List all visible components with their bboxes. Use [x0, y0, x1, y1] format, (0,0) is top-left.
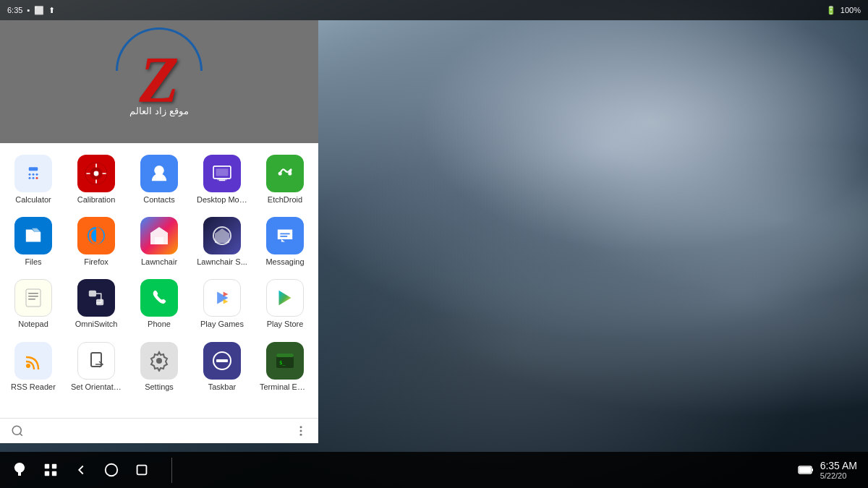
app-icon-contacts — [140, 155, 178, 195]
app-item-setorientation[interactable]: Set Orientati... — [67, 338, 126, 396]
battery-nav-icon — [797, 461, 814, 479]
app-label-omniswitch: OmniSwitch — [75, 320, 118, 329]
more-options-icon[interactable] — [294, 424, 307, 437]
battery-percent: 100% — [841, 6, 861, 14]
app-item-playstore[interactable]: Play Store — [255, 275, 315, 333]
app-label-playgames: Play Games — [200, 320, 244, 329]
app-icon-lawnchair — [140, 217, 178, 257]
app-icon-desktopmode — [203, 155, 241, 195]
app-item-files[interactable]: Files — [4, 213, 63, 271]
app-icon-lawnchairs — [203, 217, 241, 257]
app-label-setorientation: Set Orientati... — [71, 382, 122, 392]
app-drawer: Calculator Calibration Contacts Desktop … — [0, 20, 318, 443]
svg-rect-51 — [52, 464, 56, 468]
svg-point-21 — [278, 171, 282, 175]
svg-point-22 — [288, 171, 292, 175]
screenshot-icon: ⬜ — [34, 6, 44, 15]
launcher-icon[interactable] — [11, 461, 28, 479]
app-item-messaging[interactable]: Messaging — [255, 213, 315, 271]
app-label-etchdroid: EtchDroid — [268, 195, 302, 205]
app-item-omniswitch[interactable]: OmniSwitch — [67, 275, 126, 333]
app-item-contacts[interactable]: Contacts — [129, 150, 189, 209]
app-item-etchdroid[interactable]: EtchDroid — [255, 150, 315, 209]
app-icon-files — [14, 217, 52, 257]
time-display: 6:35 — [7, 6, 22, 14]
home-icon[interactable] — [103, 462, 119, 478]
app-icon-playgames — [203, 279, 241, 320]
svg-marker-36 — [279, 291, 292, 305]
app-item-taskbar[interactable]: Taskbar — [192, 338, 252, 396]
svg-point-48 — [300, 429, 302, 432]
app-item-notepad[interactable]: Notepad — [4, 275, 63, 333]
app-label-files: Files — [25, 257, 41, 267]
svg-point-49 — [300, 434, 302, 436]
svg-rect-41 — [216, 359, 228, 362]
search-icon — [11, 424, 24, 437]
svg-rect-27 — [26, 289, 41, 307]
svg-point-54 — [106, 464, 118, 476]
app-label-phone: Phone — [148, 320, 171, 329]
app-label-calculator: Calculator — [15, 195, 51, 205]
svg-text:$_: $_ — [279, 360, 286, 366]
app-item-settings[interactable]: Settings — [129, 338, 189, 396]
app-icon-playstore — [266, 279, 304, 320]
app-item-phone[interactable]: Phone — [129, 275, 189, 333]
back-icon[interactable] — [73, 462, 89, 478]
svg-rect-50 — [45, 464, 49, 468]
svg-rect-43 — [276, 354, 294, 357]
status-bar-right: 🔋 100% — [826, 6, 861, 15]
app-item-firefox[interactable]: Firefox — [67, 213, 126, 271]
status-bar-left: 6:35 ▪ ⬜ ⬆ — [7, 6, 55, 15]
svg-line-46 — [20, 433, 22, 435]
nav-date: 5/22/20 — [820, 471, 857, 480]
svg-rect-26 — [280, 236, 287, 237]
svg-rect-53 — [52, 471, 56, 476]
svg-rect-32 — [96, 299, 103, 306]
app-item-calibration[interactable]: Calibration — [67, 150, 126, 209]
app-label-contacts: Contacts — [143, 195, 174, 205]
svg-point-45 — [12, 426, 21, 435]
app-icon-omniswitch — [77, 279, 115, 320]
app-item-terminal[interactable]: $_ Terminal Em... — [255, 338, 315, 396]
app-item-lawnchairs[interactable]: Lawnchair S... — [192, 213, 252, 271]
svg-rect-30 — [28, 299, 35, 300]
apps-grid: Calculator Calibration Contacts Desktop … — [0, 143, 318, 403]
svg-rect-55 — [137, 466, 147, 475]
app-icon-notepad — [14, 279, 52, 320]
nav-left — [0, 458, 172, 483]
recents-icon[interactable] — [134, 462, 150, 478]
app-icon-calculator — [14, 155, 52, 195]
app-icon-terminal: $_ — [266, 342, 304, 382]
app-label-messaging: Messaging — [265, 257, 304, 267]
drawer-search-bar[interactable] — [0, 418, 318, 443]
apps-icon[interactable] — [43, 462, 59, 478]
app-item-rssreader[interactable]: RSS Reader — [4, 338, 63, 396]
svg-rect-52 — [45, 471, 49, 476]
app-item-playgames[interactable]: Play Games — [192, 275, 252, 333]
app-icon-taskbar — [203, 342, 241, 382]
app-icon-settings — [140, 342, 178, 382]
nav-right: 6:35 AM 5/22/20 — [797, 460, 868, 481]
svg-rect-29 — [28, 296, 38, 297]
svg-rect-25 — [280, 234, 290, 235]
nav-time: 6:35 AM — [820, 460, 857, 472]
notification-icon: ▪ — [27, 6, 30, 14]
app-label-lawnchair: Lawnchair — [141, 257, 177, 267]
svg-marker-35 — [224, 299, 229, 304]
app-icon-setorientation — [77, 342, 115, 382]
svg-point-37 — [26, 364, 30, 368]
app-label-calibration: Calibration — [77, 195, 116, 205]
nav-time-block: 6:35 AM 5/22/20 — [820, 460, 857, 481]
app-icon-etchdroid — [266, 155, 304, 195]
app-item-calculator[interactable]: Calculator — [4, 150, 63, 209]
app-item-lawnchair[interactable]: Lawnchair — [129, 213, 189, 271]
svg-rect-1 — [29, 167, 38, 171]
nav-divider — [171, 458, 172, 483]
svg-point-10 — [94, 171, 99, 176]
app-item-desktopmode[interactable]: Desktop Mode — [192, 150, 252, 209]
svg-rect-28 — [28, 293, 38, 294]
svg-rect-58 — [812, 468, 813, 471]
app-label-playstore: Play Store — [267, 320, 304, 329]
app-label-settings: Settings — [145, 382, 174, 392]
svg-point-39 — [156, 358, 162, 364]
